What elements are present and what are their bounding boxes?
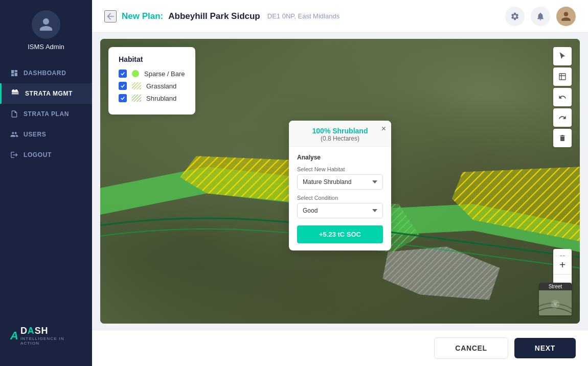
next-button[interactable]: NEXT <box>514 338 576 358</box>
popup-percentage: 100% Shrubland <box>297 127 383 135</box>
header-right <box>505 7 576 26</box>
user-avatar[interactable] <box>556 7 576 26</box>
logo-name: DASH <box>20 326 82 336</box>
undo-tool-button[interactable] <box>553 88 572 106</box>
popup-header: 100% Shrubland (0.8 Hectares) × <box>289 121 391 147</box>
popup-habitat-select[interactable]: Mature Shrubland Grassland Bare/Sparse W… <box>297 174 383 190</box>
analyse-popup: 100% Shrubland (0.8 Hectares) × Analyse … <box>289 121 391 250</box>
habitat-checkbox-sparse[interactable] <box>119 70 127 78</box>
notifications-button[interactable] <box>531 7 550 26</box>
habitat-title: Habitat <box>119 55 185 63</box>
map-tools <box>553 47 572 147</box>
popup-soc-button[interactable]: +5.23 tC SOC <box>297 225 383 243</box>
sidebar-item-strata-mgmt[interactable]: STRATA MGMT <box>0 83 92 104</box>
header-title-new: New Plan: <box>122 11 163 21</box>
habitat-checkbox-grassland[interactable] <box>119 82 127 90</box>
habitat-panel: Habitat Sparse / Bare Grassland <box>108 47 195 115</box>
header-title-name: Abbeyhill Park Sidcup <box>168 11 260 21</box>
sidebar-item-dashboard[interactable]: DASHBOARD <box>0 63 92 83</box>
habitat-hatch-grassland <box>132 82 141 89</box>
sidebar-item-strata-plan[interactable]: STRATA PLAN <box>0 104 92 124</box>
main-content: New Plan: Abbeyhill Park Sidcup DE1 0NP,… <box>92 0 588 366</box>
street-view-thumbnail[interactable]: Street <box>539 283 572 315</box>
sidebar-username: ISMS Admin <box>28 43 64 51</box>
sidebar-item-users[interactable]: USERS <box>0 124 92 145</box>
svg-rect-0 <box>12 93 18 93</box>
sidebar: ISMS Admin DASHBOARD STRATA MGMT STRATA … <box>0 0 92 366</box>
bottom-bar: CANCEL NEXT <box>92 330 588 366</box>
popup-condition-select[interactable]: Good Moderate Poor <box>297 203 383 218</box>
svg-rect-15 <box>132 82 141 89</box>
map-container[interactable]: Habitat Sparse / Bare Grassland <box>100 39 580 324</box>
popup-section-title: Analyse <box>297 154 383 161</box>
habitat-hatch-shrubland <box>132 95 141 102</box>
header-left: New Plan: Abbeyhill Park Sidcup DE1 0NP,… <box>104 10 340 22</box>
habitat-label-shrubland: Shrubland <box>146 95 176 102</box>
habitat-label-sparse: Sparse / Bare <box>144 70 185 78</box>
header: New Plan: Abbeyhill Park Sidcup DE1 0NP,… <box>92 0 588 33</box>
popup-habitat-label: Select New Habitat <box>297 166 383 172</box>
avatar <box>32 10 60 39</box>
delete-tool-button[interactable] <box>553 129 572 147</box>
popup-body: Analyse Select New Habitat Mature Shrubl… <box>289 147 391 250</box>
header-location: DE1 0NP, East Midlands <box>267 12 340 20</box>
habitat-item-grassland: Grassland <box>119 82 185 90</box>
habitat-checkbox-shrubland[interactable] <box>119 94 127 102</box>
habitat-item-shrubland: Shrubland <box>119 94 185 102</box>
cancel-button[interactable]: CANCEL <box>434 337 508 359</box>
svg-rect-1 <box>12 94 18 94</box>
popup-condition-label: Select Condition <box>297 195 383 201</box>
redo-tool-button[interactable] <box>553 108 572 127</box>
cursor-tool-button[interactable] <box>553 47 572 65</box>
habitat-label-grassland: Grassland <box>146 82 176 90</box>
sidebar-logo: A DASH INTELLIGENCE IN ACTION <box>0 315 92 356</box>
sidebar-nav: DASHBOARD STRATA MGMT STRATA PLAN USERS … <box>0 63 92 165</box>
popup-area: (0.8 Hectares) <box>297 135 383 142</box>
habitat-item-sparse: Sparse / Bare <box>119 70 185 78</box>
svg-rect-17 <box>132 95 141 102</box>
habitat-color-sparse <box>132 70 139 77</box>
logo-tagline: INTELLIGENCE IN ACTION <box>20 336 82 346</box>
back-button[interactable] <box>104 10 117 22</box>
svg-rect-18 <box>559 74 566 80</box>
street-view-bg <box>539 290 572 315</box>
street-view-label: Street <box>539 283 572 290</box>
zoom-in-button[interactable]: + <box>553 256 572 274</box>
sidebar-item-logout[interactable]: LOGOUT <box>0 145 92 165</box>
popup-close-button[interactable]: × <box>381 125 386 133</box>
select-tool-button[interactable] <box>553 67 572 86</box>
settings-button[interactable] <box>505 7 525 26</box>
